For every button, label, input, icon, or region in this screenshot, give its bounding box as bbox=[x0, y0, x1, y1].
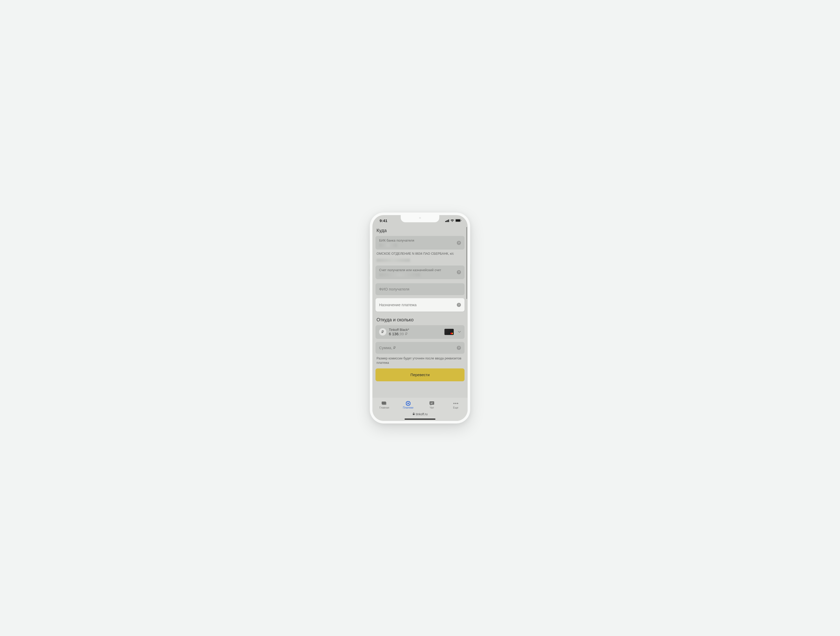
svg-rect-1 bbox=[446, 221, 447, 222]
bik-field[interactable]: БИК банка получателя ? bbox=[376, 236, 464, 249]
help-icon[interactable]: ? bbox=[457, 241, 461, 245]
tab-bar: Главная Платежи Чат bbox=[373, 398, 467, 411]
phone-notch bbox=[401, 215, 439, 222]
svg-rect-5 bbox=[456, 219, 460, 221]
payments-icon bbox=[406, 401, 411, 406]
battery-icon bbox=[455, 218, 461, 223]
payment-purpose-field[interactable]: Назначение платежа ? bbox=[376, 298, 464, 312]
svg-rect-2 bbox=[447, 220, 448, 222]
phone-frame: 9:41 Куда Б bbox=[370, 213, 470, 423]
tab-home[interactable]: Главная bbox=[376, 401, 392, 409]
account-balance: 6 136,99 ₽ bbox=[389, 331, 442, 336]
svg-rect-6 bbox=[461, 220, 461, 221]
ruble-icon: ₽ bbox=[379, 328, 386, 336]
svg-point-16 bbox=[457, 402, 458, 404]
bik-label: БИК банка получателя bbox=[379, 238, 457, 242]
help-icon[interactable]: ? bbox=[457, 346, 461, 350]
source-account-selector[interactable]: ₽ Tinkoff Black* 6 136,99 ₽ bbox=[376, 325, 464, 339]
svg-point-10 bbox=[407, 402, 409, 404]
svg-rect-12 bbox=[431, 402, 433, 403]
transfer-button-label: Перевести bbox=[411, 372, 430, 377]
svg-point-15 bbox=[455, 402, 456, 404]
corr-account-redacted bbox=[376, 259, 410, 262]
help-icon[interactable]: ? bbox=[457, 303, 461, 307]
status-time: 9:41 bbox=[380, 218, 387, 223]
lock-icon bbox=[412, 412, 415, 416]
svg-point-14 bbox=[453, 402, 455, 404]
tab-chat[interactable]: Чат bbox=[424, 401, 440, 409]
transfer-button[interactable]: Перевести bbox=[376, 368, 464, 381]
chevron-down-icon bbox=[458, 330, 461, 334]
svg-rect-3 bbox=[448, 219, 449, 222]
bik-value-redacted bbox=[379, 243, 397, 247]
tab-payments-label: Платежи bbox=[403, 406, 413, 409]
card-thumbnail bbox=[444, 329, 454, 335]
section-destination-title: Куда bbox=[376, 226, 464, 236]
amount-field[interactable]: Сумма, ₽ ? bbox=[376, 342, 464, 354]
fio-label: ФИО получателя bbox=[379, 287, 461, 291]
svg-rect-0 bbox=[445, 221, 446, 222]
url-text: tinkoff.ru bbox=[416, 412, 428, 416]
wifi-icon bbox=[450, 218, 454, 223]
recipient-account-label: Счет получателя или казначейский счет bbox=[379, 268, 457, 272]
scrollbar[interactable] bbox=[466, 227, 467, 299]
more-icon bbox=[453, 401, 458, 406]
home-icon bbox=[382, 401, 387, 406]
cellular-icon bbox=[445, 218, 449, 223]
help-icon[interactable]: ? bbox=[457, 270, 461, 274]
account-name: Tinkoff Black* bbox=[389, 328, 442, 331]
tab-chat-label: Чат bbox=[430, 406, 434, 409]
payment-purpose-label: Назначение платежа bbox=[379, 303, 457, 307]
bank-info-text: ОМСКОЕ ОТДЕЛЕНИЕ N 8634 ПАО СБЕРБАНК, к/… bbox=[376, 251, 464, 259]
tab-home-label: Главная bbox=[379, 406, 389, 409]
amount-label: Сумма, ₽ bbox=[379, 346, 457, 350]
recipient-account-field[interactable]: Счет получателя или казначейский счет ? bbox=[376, 265, 464, 279]
tab-more[interactable]: Еще bbox=[448, 401, 464, 409]
recipient-account-value-redacted bbox=[379, 273, 420, 276]
home-indicator[interactable] bbox=[373, 417, 467, 421]
section-source-title: Откуда и сколько bbox=[376, 313, 464, 325]
tab-payments[interactable]: Платежи bbox=[400, 401, 416, 409]
svg-rect-13 bbox=[431, 403, 433, 404]
tab-more-label: Еще bbox=[453, 406, 458, 409]
svg-rect-8 bbox=[382, 401, 386, 404]
svg-rect-17 bbox=[413, 414, 415, 415]
chat-icon bbox=[429, 401, 434, 406]
browser-url-bar[interactable]: tinkoff.ru bbox=[373, 411, 467, 417]
commission-hint: Размер комиссии будет уточнен после ввод… bbox=[376, 355, 464, 368]
fio-field[interactable]: ФИО получателя bbox=[376, 283, 464, 295]
